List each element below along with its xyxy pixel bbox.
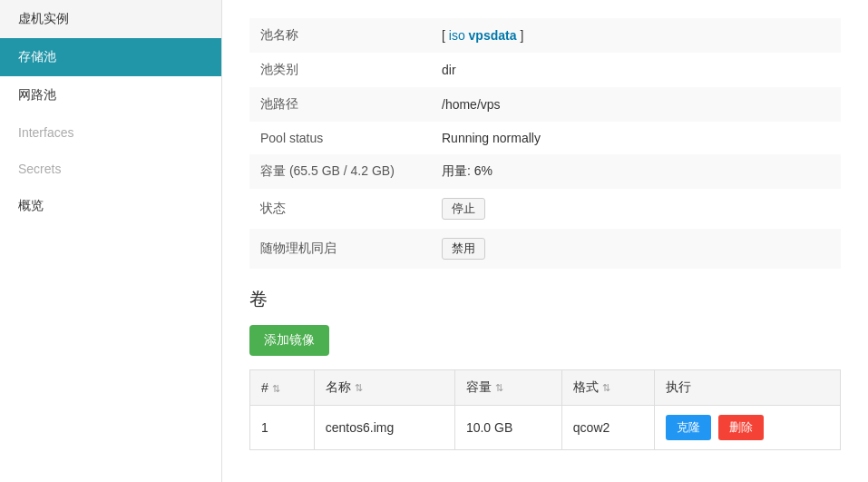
detail-value-6: 禁用 [431, 229, 841, 269]
detail-label-1: 池类别 [249, 53, 431, 87]
volumes-section-title: 卷 [249, 287, 841, 311]
add-image-button[interactable]: 添加镜像 [249, 325, 329, 356]
row-actions: 克隆 删除 [654, 406, 840, 450]
sidebar: 虚机实例存储池网路池InterfacesSecrets概览 [0, 0, 222, 482]
detail-value-5: 停止 [431, 189, 841, 229]
row-format: qcow2 [561, 406, 654, 450]
sidebar-item-vm-instances[interactable]: 虚机实例 [0, 0, 221, 38]
sidebar-item-storage-pool[interactable]: 存储池 [0, 38, 221, 76]
row-num: 1 [250, 406, 315, 450]
sidebar-item-interfaces[interactable]: Interfaces [0, 114, 221, 151]
sort-icon-format: ⇅ [602, 382, 610, 394]
col-num[interactable]: #⇅ [250, 370, 315, 406]
detail-value-4: 用量: 6% [431, 154, 841, 189]
col-name[interactable]: 名称⇅ [314, 370, 454, 406]
sort-icon-capacity: ⇅ [495, 382, 503, 394]
col-actions: 执行 [654, 370, 840, 406]
sort-icon-name: ⇅ [355, 382, 363, 394]
detail-value-2: /home/vps [431, 87, 841, 122]
row-name: centos6.img [314, 406, 454, 450]
delete-button[interactable]: 删除 [718, 415, 764, 440]
col-format[interactable]: 格式⇅ [561, 370, 654, 406]
sidebar-item-network-pool[interactable]: 网路池 [0, 76, 221, 114]
col-capacity[interactable]: 容量⇅ [454, 370, 561, 406]
volumes-table: #⇅名称⇅容量⇅格式⇅执行 1 centos6.img 10.0 GB qcow… [249, 369, 841, 450]
detail-value-0: [ iso vpsdata ] [431, 18, 841, 53]
detail-label-2: 池路径 [249, 87, 431, 122]
main-content: 池名称 [ iso vpsdata ] 池类别 dir 池路径 /home/vp… [222, 0, 868, 482]
clone-button[interactable]: 克隆 [666, 415, 711, 440]
detail-value-1: dir [431, 53, 841, 87]
sidebar-item-overview[interactable]: 概览 [0, 187, 221, 225]
row-capacity: 10.0 GB [454, 406, 561, 450]
table-row: 1 centos6.img 10.0 GB qcow2 克隆 删除 [250, 406, 841, 450]
detail-label-5: 状态 [249, 189, 431, 229]
detail-value-3: Running normally [431, 122, 841, 154]
detail-label-4: 容量 (65.5 GB / 4.2 GB) [249, 154, 431, 189]
sort-icon-num: ⇅ [272, 383, 280, 395]
detail-label-0: 池名称 [249, 18, 431, 53]
detail-label-6: 随物理机同启 [249, 229, 431, 269]
detail-table: 池名称 [ iso vpsdata ] 池类别 dir 池路径 /home/vp… [249, 18, 841, 269]
detail-label-3: Pool status [249, 122, 431, 154]
sidebar-item-secrets[interactable]: Secrets [0, 151, 221, 187]
